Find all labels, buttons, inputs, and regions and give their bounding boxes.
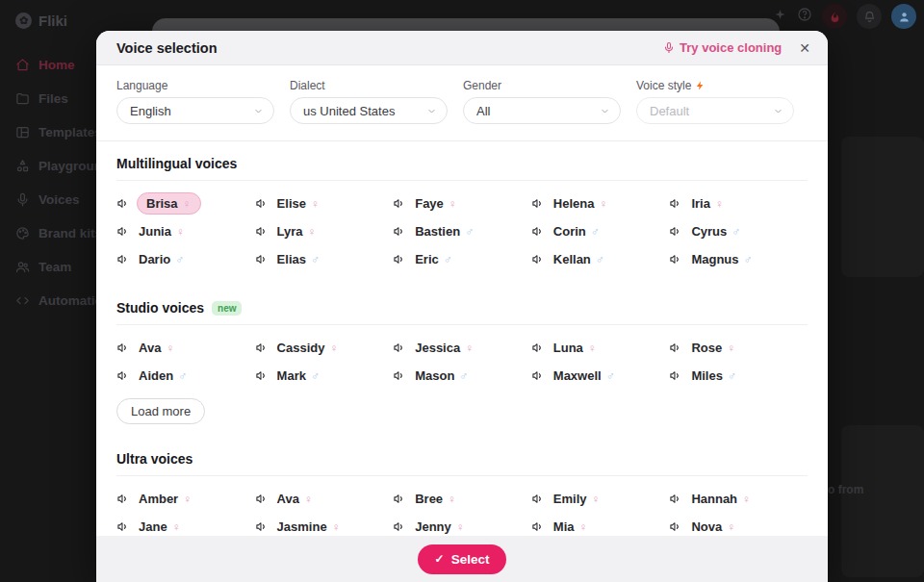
language-select[interactable]: English [116,97,274,124]
voice-item-brisa[interactable]: Brisa♀ [116,190,255,217]
speaker-icon [116,369,129,382]
voice-item-bree[interactable]: Bree♀ [393,485,531,513]
gender-label: Gender [463,79,621,92]
voice-item-cassidy[interactable]: Cassidy♀ [255,334,394,362]
voice-item-cyrus[interactable]: Cyrus♂ [669,217,808,245]
speaker-icon [255,369,268,382]
sidebar-item-brand-kits[interactable]: Brand kits [15,216,96,250]
sidebar-item-team[interactable]: Team [15,250,96,284]
voice-item-emily[interactable]: Emily♀ [531,485,670,513]
voice-item-aiden[interactable]: Aiden♂ [116,362,255,390]
voice-section: Ultra voicesAmber♀Ava♀Bree♀Emily♀Hannah♀… [116,449,808,541]
voice-item-faye[interactable]: Faye♀ [393,190,531,217]
select-button[interactable]: ✓ Select [418,544,507,574]
voice-item-magnus[interactable]: Magnus♂ [669,245,808,273]
dimmed-side-panel [841,137,924,277]
sidebar-nav: HomeFilesTemplatesPlaygroundVoicesBrand … [15,48,96,317]
speaker-icon [255,253,268,266]
sidebar-item-voices[interactable]: Voices [15,183,96,216]
sidebar-item-files[interactable]: Files [15,82,96,115]
try-voice-cloning-link[interactable]: Try voice cloning [663,40,782,55]
male-icon: ♂ [459,370,468,382]
female-icon: ♀ [329,342,338,354]
team-icon [15,260,30,274]
female-icon: ♀ [176,226,185,238]
voice-name: Lyra♀ [268,220,326,242]
sidebar-item-label: Home [38,58,75,72]
sidebar-item-label: Files [38,91,68,106]
voice-item-ava[interactable]: Ava♀ [116,334,255,362]
speaker-icon [393,342,405,354]
voice-item-miles[interactable]: Miles♂ [669,362,808,390]
voice-item-helena[interactable]: Helena♀ [531,190,670,217]
sparkle-icon[interactable] [773,8,787,26]
sidebar-item-templates[interactable]: Templates [15,115,96,149]
voice-item-dario[interactable]: Dario♂ [116,245,255,273]
male-icon: ♂ [311,370,320,382]
user-avatar[interactable] [891,4,916,29]
voice-section: Multilingual voicesBrisa♀Elise♀Faye♀Hele… [116,154,808,273]
voice-item-elias[interactable]: Elias♂ [255,245,394,273]
help-icon[interactable] [797,7,812,26]
male-icon: ♂ [744,254,753,266]
voice-item-kellan[interactable]: Kellan♂ [531,245,670,273]
voice-item-eric[interactable]: Eric♂ [393,245,531,273]
female-icon: ♀ [166,342,174,354]
section-divider [116,180,808,181]
voice-selection-modal: Voice selection Try voice cloning ✕ Lang… [96,31,828,582]
bell-icon[interactable] [857,4,882,29]
dialect-label: Dialect [290,79,448,92]
load-more-button[interactable]: Load more [116,398,205,424]
male-icon: ♂ [606,370,615,382]
voice-item-jessica[interactable]: Jessica♀ [393,334,531,362]
voice-name: Bree♀ [405,488,466,510]
voice-item-corin[interactable]: Corin♂ [531,217,670,245]
female-icon: ♀ [465,342,474,354]
voice-item-hannah[interactable]: Hannah♀ [669,485,808,513]
gender-select[interactable]: All [463,97,621,124]
male-icon: ♂ [732,226,740,238]
voice-item-rose[interactable]: Rose♀ [669,334,808,362]
voice-item-mark[interactable]: Mark♂ [255,362,394,390]
voice-name: Corin♂ [544,220,609,242]
voice-style-select[interactable]: Default [636,97,794,124]
voice-item-maxwell[interactable]: Maxwell♂ [531,362,670,390]
sidebar-item-automation[interactable]: Automation [15,284,96,317]
streak-flame-icon[interactable] [822,4,847,29]
sidebar-item-label: Voices [38,192,80,207]
speaker-icon [669,253,681,266]
voice-item-iria[interactable]: Iria♀ [669,190,808,217]
speaker-icon [116,493,129,505]
voice-item-elise[interactable]: Elise♀ [255,190,394,217]
voice-sections: Multilingual voicesBrisa♀Elise♀Faye♀Hele… [96,154,828,541]
female-icon: ♀ [172,521,181,533]
chevron-down-icon [427,104,436,118]
close-icon[interactable]: ✕ [799,41,810,55]
voice-item-bastien[interactable]: Bastien♂ [393,217,531,245]
section-title: Ultra voices [116,451,192,467]
speaker-icon [531,342,544,354]
male-icon: ♂ [311,254,320,266]
sidebar-item-playground[interactable]: Playground [15,149,96,183]
speaker-icon [531,253,544,266]
sidebar-item-home[interactable]: Home [15,48,96,82]
male-icon: ♂ [178,370,187,382]
voice-item-lyra[interactable]: Lyra♀ [255,217,394,245]
voice-item-ava[interactable]: Ava♀ [255,485,394,513]
folder-icon [15,91,30,106]
voice-name: Junia♀ [129,220,194,242]
speaker-icon [531,197,544,210]
speaker-icon [669,369,681,382]
microphone-icon [663,41,675,54]
voice-item-luna[interactable]: Luna♀ [531,334,670,362]
voice-item-amber[interactable]: Amber♀ [116,485,255,513]
voice-name: Dario♂ [129,248,193,270]
dialect-select[interactable]: us United States [290,97,448,124]
female-icon: ♀ [591,493,600,505]
voice-item-mason[interactable]: Mason♂ [393,362,531,390]
chevron-down-icon [774,104,783,118]
voice-item-junia[interactable]: Junia♀ [116,217,255,245]
voice-grid: Ava♀Cassidy♀Jessica♀Luna♀Rose♀Aiden♂Mark… [116,334,808,390]
speaker-icon [116,197,129,210]
male-icon: ♂ [596,254,604,266]
